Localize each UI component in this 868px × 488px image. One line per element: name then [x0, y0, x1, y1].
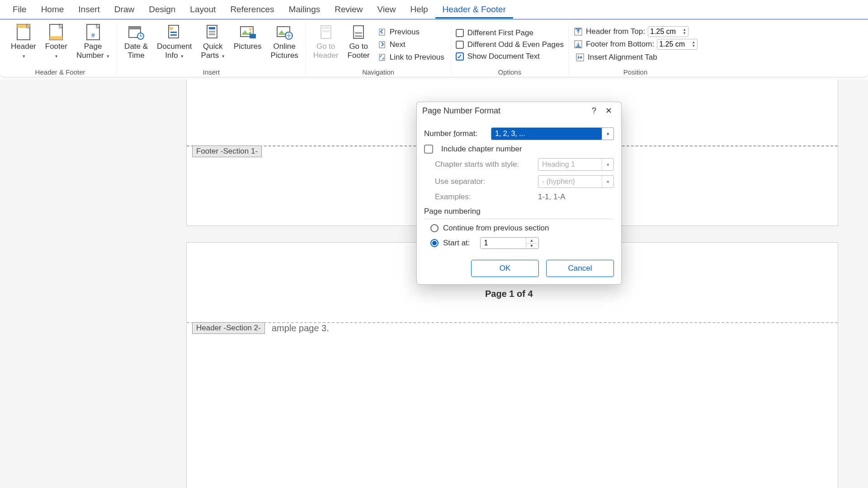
tab-layout[interactable]: Layout [183, 2, 223, 19]
continue-radio[interactable] [430, 224, 439, 232]
dialog-title: Page Number Format [422, 106, 587, 116]
divider [424, 219, 614, 219]
chevron-down-icon[interactable]: ▾ [602, 159, 613, 170]
spin-down-icon[interactable]: ▼ [526, 244, 538, 249]
next-icon [378, 40, 387, 49]
page-number-l1: Page [84, 42, 102, 51]
footer-label: Footer [45, 42, 67, 51]
separator-label: Use separator: [435, 177, 486, 186]
spin-down-icon[interactable]: ▼ [692, 44, 695, 48]
online-pictures-button[interactable]: OnlinePictures [268, 22, 301, 61]
footer-button[interactable]: Footer▾ [42, 22, 70, 61]
footer-bottom-input[interactable]: ▲▼ [657, 39, 698, 50]
pictures-button[interactable]: Pictures [231, 22, 264, 52]
group-label-hf: Header & Footer [35, 68, 85, 76]
picture-icon [239, 23, 257, 41]
page-number-button[interactable]: # PageNumber ▾ [74, 22, 112, 61]
tab-view[interactable]: View [370, 2, 403, 19]
ribbon-group-navigation: Go toHeader Go toFooter Previous Next Li… [306, 22, 451, 76]
group-label-insert: Insert [203, 68, 220, 76]
tab-header-footer[interactable]: Header & Footer [435, 2, 513, 19]
page-number-format-dialog: Page Number Format ? ✕ Number format: 1,… [416, 102, 622, 285]
goto-footer-icon [349, 23, 368, 41]
ribbon-group-header-footer: Header▾ Footer▾ # PageNumber ▾ Header & … [4, 22, 117, 76]
sample-text: ample page 3. [272, 323, 329, 333]
header-top-input[interactable]: ▲▼ [648, 26, 689, 37]
ribbon-group-insert: Date &Time DocumentInfo ▾ QuickParts ▾ P… [117, 22, 306, 76]
tab-mailings[interactable]: Mailings [282, 2, 328, 19]
ribbon-group-position: Header from Top: ▲▼ Footer from Bottom: … [569, 22, 702, 76]
examples-value: 1-1, 1-A [538, 192, 614, 202]
header-top-icon [573, 27, 583, 37]
tab-help[interactable]: Help [403, 2, 435, 19]
continue-label: Continue from previous section [443, 224, 549, 233]
close-icon[interactable]: ✕ [601, 106, 616, 116]
show-doc-text-checkbox[interactable]: Show Document Text [456, 52, 564, 61]
header-label: Header [11, 42, 36, 51]
goto-header-button: Go toHeader [311, 22, 341, 61]
quick-parts-button[interactable]: QuickParts ▾ [198, 22, 227, 61]
svg-rect-24 [322, 30, 330, 32]
checkbox-icon [456, 29, 464, 37]
tab-design[interactable]: Design [142, 2, 183, 19]
insert-alignment-tab-button[interactable]: Insert Alignment Tab [573, 52, 698, 63]
link-previous-button[interactable]: Link to Previous [376, 52, 446, 63]
previous-button[interactable]: Previous [376, 27, 446, 38]
include-chapter-checkbox[interactable] [424, 145, 433, 154]
svg-rect-27 [355, 35, 362, 37]
chevron-down-icon[interactable]: ▾ [602, 128, 613, 140]
cancel-button[interactable]: Cancel [546, 260, 614, 277]
start-at-label: Start at: [443, 239, 470, 248]
tab-insert[interactable]: Insert [71, 2, 107, 19]
group-label-options: Options [498, 68, 521, 76]
previous-icon [378, 28, 387, 37]
tab-home[interactable]: Home [34, 2, 71, 19]
examples-label: Examples: [435, 192, 471, 202]
diff-first-page-checkbox[interactable]: Different First Page [456, 28, 564, 38]
link-icon [378, 53, 387, 62]
goto-footer-button[interactable]: Go toFooter [345, 22, 373, 61]
separator-select[interactable]: - (hyphen) ▾ [538, 175, 614, 188]
chevron-down-icon: ▾ [181, 53, 184, 59]
header-section-badge: Header -Section 2- [192, 322, 265, 334]
next-button[interactable]: Next [376, 39, 446, 50]
number-format-select[interactable]: 1, 2, 3, ... ▾ [491, 127, 614, 140]
chapter-style-select[interactable]: Heading 1 ▾ [538, 158, 614, 171]
svg-rect-16 [209, 33, 215, 35]
page-number-l2: Number [76, 51, 104, 60]
svg-text:#: # [91, 32, 95, 39]
svg-rect-11 [170, 34, 177, 36]
page-numbering-section: Page numbering [424, 207, 614, 216]
document-info-button[interactable]: DocumentInfo ▾ [154, 22, 194, 61]
footer-bottom-icon [573, 39, 583, 49]
tab-references[interactable]: References [223, 2, 281, 19]
ribbon-tabs: File Home Insert Draw Design Layout Refe… [0, 0, 868, 19]
footer-section-badge: Footer -Section 1- [192, 145, 262, 157]
svg-rect-7 [129, 27, 141, 29]
footer-icon [47, 23, 65, 41]
header-icon [14, 23, 33, 41]
ok-button[interactable]: OK [471, 260, 539, 277]
goto-header-icon [317, 23, 335, 41]
help-icon[interactable]: ? [587, 106, 601, 116]
tab-draw[interactable]: Draw [107, 2, 142, 19]
date-time-button[interactable]: Date &Time [122, 22, 151, 61]
group-label-nav: Navigation [362, 68, 394, 76]
checkbox-checked-icon [456, 52, 464, 61]
chevron-down-icon[interactable]: ▾ [602, 176, 613, 188]
calendar-icon [127, 23, 145, 41]
svg-rect-14 [209, 27, 215, 29]
page-number-icon: # [84, 23, 102, 41]
tab-review[interactable]: Review [327, 2, 370, 19]
diff-odd-even-checkbox[interactable]: Different Odd & Even Pages [456, 40, 564, 49]
chevron-down-icon: ▾ [23, 53, 25, 59]
tab-file[interactable]: File [5, 2, 34, 19]
svg-rect-3 [50, 36, 62, 40]
checkbox-icon [456, 41, 464, 49]
spin-up-icon[interactable]: ▲ [526, 238, 538, 244]
start-at-input[interactable]: ▲▼ [480, 237, 539, 249]
start-at-radio[interactable] [430, 239, 439, 247]
chevron-down-icon: ▾ [107, 53, 109, 59]
header-button[interactable]: Header▾ [8, 22, 39, 61]
spin-down-icon[interactable]: ▼ [683, 32, 686, 35]
